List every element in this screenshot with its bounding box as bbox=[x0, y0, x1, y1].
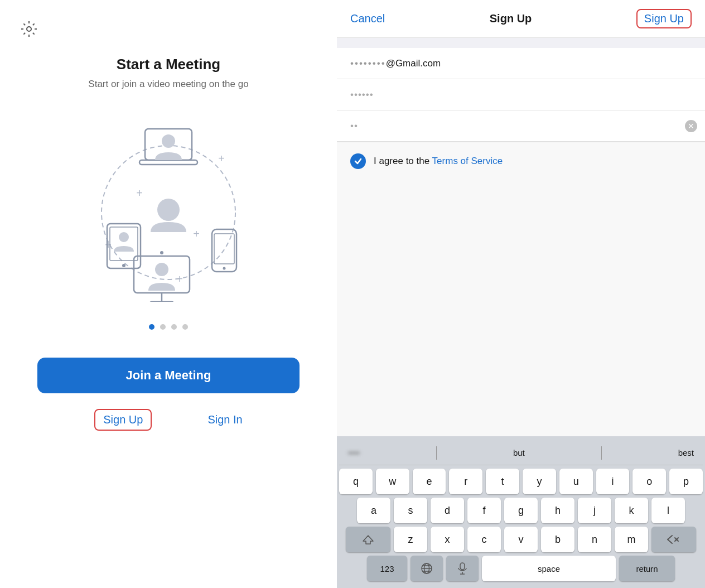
settings-button[interactable] bbox=[20, 20, 38, 40]
svg-point-13 bbox=[119, 232, 129, 242]
svg-point-0 bbox=[27, 27, 31, 31]
key-q[interactable]: q bbox=[339, 469, 373, 494]
dot-2 bbox=[160, 324, 166, 330]
suggestion-right[interactable]: best bbox=[678, 448, 694, 457]
svg-point-21 bbox=[155, 263, 168, 276]
left-panel: Start a Meeting Start or join a video me… bbox=[0, 0, 337, 588]
left-content: Start a Meeting Start or join a video me… bbox=[0, 56, 337, 431]
key-k[interactable]: k bbox=[615, 498, 648, 523]
terms-link[interactable]: Terms of Service bbox=[432, 156, 503, 166]
join-meeting-button[interactable]: Join a Meeting bbox=[37, 358, 300, 393]
illustration: + + + + + bbox=[74, 112, 263, 302]
key-w[interactable]: w bbox=[376, 469, 409, 494]
svg-marker-23 bbox=[363, 536, 373, 544]
suggestion-sep-1 bbox=[436, 446, 437, 460]
key-j[interactable]: j bbox=[578, 498, 611, 523]
key-c[interactable]: c bbox=[467, 527, 501, 552]
mic-key[interactable] bbox=[446, 556, 479, 581]
return-key[interactable]: return bbox=[619, 556, 675, 581]
key-p[interactable]: p bbox=[669, 469, 703, 494]
email-field[interactable]: •••••••• @Gmail.com bbox=[337, 48, 705, 79]
cancel-button[interactable]: Cancel bbox=[350, 12, 385, 25]
key-i[interactable]: i bbox=[596, 469, 630, 494]
key-z[interactable]: z bbox=[394, 527, 427, 552]
svg-text:+: + bbox=[105, 239, 112, 251]
svg-text:+: + bbox=[193, 228, 200, 240]
globe-key[interactable] bbox=[411, 556, 443, 581]
key-o[interactable]: o bbox=[632, 469, 666, 494]
key-d[interactable]: d bbox=[431, 498, 464, 523]
terms-checkbox[interactable] bbox=[350, 153, 366, 169]
password-field[interactable]: •••••• bbox=[337, 79, 705, 110]
svg-rect-31 bbox=[460, 563, 465, 570]
space-key[interactable]: space bbox=[482, 556, 616, 581]
keyboard-row-3: z x c v b n m bbox=[339, 527, 703, 552]
email-domain: @Gmail.com bbox=[386, 58, 441, 69]
signup-link[interactable]: Sign Up bbox=[103, 413, 143, 426]
modal-signup-button[interactable]: Sign Up bbox=[636, 9, 692, 28]
key-h[interactable]: h bbox=[541, 498, 574, 523]
svg-point-9 bbox=[162, 134, 175, 148]
keyboard-row-1: q w e r t y u i o p bbox=[339, 469, 703, 494]
keyboard-row-2: a s d f g h j k l bbox=[339, 498, 703, 523]
svg-rect-8 bbox=[139, 160, 197, 165]
key-s[interactable]: s bbox=[394, 498, 427, 523]
clear-button[interactable]: ✕ bbox=[685, 120, 697, 132]
email-blurred-value: •••••••• bbox=[350, 58, 386, 69]
numbers-key[interactable]: 123 bbox=[367, 556, 407, 581]
name-blurred-value: •• bbox=[350, 121, 358, 132]
svg-point-20 bbox=[160, 251, 163, 254]
key-t[interactable]: t bbox=[486, 469, 519, 494]
page-title: Start a Meeting bbox=[117, 56, 220, 73]
key-g[interactable]: g bbox=[504, 498, 538, 523]
agree-row[interactable]: I agree to the Terms of Service bbox=[337, 142, 705, 180]
key-b[interactable]: b bbox=[541, 527, 574, 552]
page-subtitle: Start or join a video meeting on the go bbox=[88, 79, 248, 90]
svg-text:+: + bbox=[176, 273, 183, 285]
keyboard: •••• but best q w e r t y u i o p a s d … bbox=[337, 436, 705, 588]
key-u[interactable]: u bbox=[559, 469, 593, 494]
key-a[interactable]: a bbox=[357, 498, 390, 523]
dot-1 bbox=[149, 324, 154, 330]
form-area: •••••••• @Gmail.com •••••• •• ✕ bbox=[337, 48, 705, 142]
key-l[interactable]: l bbox=[651, 498, 685, 523]
agree-text-prefix: I agree to the bbox=[374, 156, 432, 166]
signin-link[interactable]: Sign In bbox=[207, 413, 242, 426]
key-v[interactable]: v bbox=[504, 527, 538, 552]
modal-title: Sign Up bbox=[490, 12, 532, 25]
suggestion-sep-2 bbox=[601, 446, 602, 460]
key-y[interactable]: y bbox=[523, 469, 556, 494]
suggestion-left[interactable]: •••• bbox=[348, 448, 360, 457]
suggestion-mid[interactable]: but bbox=[513, 448, 525, 457]
keyboard-row-4: 123 space return bbox=[339, 556, 703, 581]
password-blurred-value: •••••• bbox=[350, 89, 374, 100]
svg-text:+: + bbox=[218, 152, 225, 165]
key-m[interactable]: m bbox=[615, 527, 648, 552]
key-n[interactable]: n bbox=[578, 527, 611, 552]
key-f[interactable]: f bbox=[467, 498, 501, 523]
svg-point-22 bbox=[157, 199, 180, 221]
svg-rect-15 bbox=[214, 234, 234, 264]
dot-3 bbox=[171, 324, 177, 330]
keyboard-suggestions: •••• but best bbox=[339, 441, 703, 465]
svg-point-16 bbox=[223, 267, 226, 270]
shift-key[interactable] bbox=[346, 527, 390, 552]
dot-4 bbox=[182, 324, 188, 330]
right-panel: Cancel Sign Up Sign Up •••••••• @Gmail.c… bbox=[337, 0, 705, 588]
bottom-links: Sign Up Sign In bbox=[94, 409, 242, 431]
spacer bbox=[337, 180, 705, 436]
key-e[interactable]: e bbox=[413, 469, 446, 494]
svg-point-12 bbox=[122, 264, 125, 267]
delete-key[interactable] bbox=[651, 527, 696, 552]
carousel-dots bbox=[149, 324, 188, 330]
signup-link-box[interactable]: Sign Up bbox=[94, 409, 152, 431]
key-x[interactable]: x bbox=[431, 527, 464, 552]
svg-text:+: + bbox=[136, 187, 143, 199]
name-field[interactable]: •• ✕ bbox=[337, 110, 705, 142]
key-r[interactable]: r bbox=[449, 469, 482, 494]
agree-text: I agree to the Terms of Service bbox=[374, 156, 503, 167]
modal-header: Cancel Sign Up Sign Up bbox=[337, 0, 705, 38]
